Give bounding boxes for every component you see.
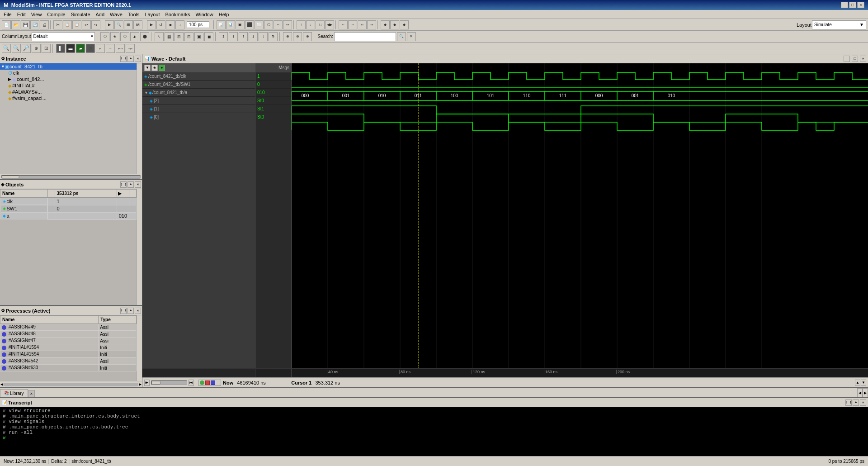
zoom-full[interactable]: ⊕ bbox=[32, 44, 41, 53]
cursor-btn5[interactable]: ▣ bbox=[194, 32, 203, 41]
modelsim-button[interactable]: M bbox=[133, 20, 142, 29]
nav-btn4[interactable]: ⤓ bbox=[249, 32, 258, 41]
view-btn7[interactable]: ⌐¬ bbox=[116, 44, 125, 53]
tree-item-count8421tb[interactable]: ▼ ▣ count_8421_tb bbox=[0, 63, 137, 70]
arrow-btn6[interactable]: → bbox=[348, 20, 357, 29]
scroll-right-btn[interactable]: ▶ bbox=[138, 381, 142, 387]
proc-row-3[interactable]: #INITIAL#1594 Initi bbox=[0, 344, 137, 351]
wave-names-btn2[interactable]: ◈ bbox=[151, 65, 158, 71]
wave-names-btn3[interactable]: ● bbox=[159, 65, 165, 71]
menu-tools[interactable]: Tools bbox=[125, 11, 142, 18]
instance-add-btn[interactable]: + bbox=[127, 56, 134, 62]
view-btn2[interactable]: ▬ bbox=[66, 44, 75, 53]
view-btn3[interactable]: ▰ bbox=[76, 44, 85, 53]
wave-sig-bit0[interactable]: ◈ [0] bbox=[142, 113, 255, 121]
tree-item-count842[interactable]: ▶ ▣ count_842... bbox=[0, 76, 137, 82]
tree-item-vsim[interactable]: ◆ #vsim_capaci... bbox=[0, 95, 137, 101]
wave-scroll-down[interactable]: ▼ bbox=[861, 380, 866, 386]
search-go[interactable]: 🔍 bbox=[397, 32, 406, 41]
nav-btn1[interactable]: ↥ bbox=[219, 32, 228, 41]
arrow-btn4[interactable]: ◀▶ bbox=[325, 20, 334, 29]
zoom-area[interactable]: 🔎 bbox=[22, 44, 31, 53]
wave-scroll-end[interactable]: ⏭ bbox=[189, 380, 194, 386]
paste-button[interactable]: 📋 bbox=[72, 20, 81, 29]
proc-row-5[interactable]: #ASSIGN#542 Assi bbox=[0, 358, 137, 365]
menu-compile[interactable]: Compile bbox=[44, 11, 68, 18]
misc-btn3[interactable]: ◆ bbox=[400, 20, 409, 29]
transcript-close-btn[interactable]: × bbox=[860, 399, 866, 406]
obj-row-sw1[interactable]: ◈ SW1 0 bbox=[0, 205, 137, 212]
wave-hscroll-thumb[interactable] bbox=[151, 381, 160, 385]
maximize-button[interactable]: □ bbox=[849, 2, 856, 8]
obj-row-clk[interactable]: ◈ clk 1 bbox=[0, 198, 137, 205]
wave-names-btn1[interactable]: ▼ bbox=[144, 65, 151, 71]
tree-item-clk[interactable]: ⏱ clk bbox=[0, 70, 137, 76]
transcript-pin-btn[interactable]: ⋮⋮ bbox=[845, 399, 852, 406]
arrow-btn1[interactable]: ↑ bbox=[297, 20, 306, 29]
objects-add-btn[interactable]: + bbox=[127, 181, 134, 188]
transcript-input[interactable] bbox=[8, 435, 865, 441]
instance-hscroll-track[interactable] bbox=[1, 175, 141, 179]
menu-file[interactable]: File bbox=[1, 11, 14, 18]
instance-hscroll-thumb[interactable] bbox=[1, 176, 19, 178]
menu-bookmarks[interactable]: Bookmarks bbox=[163, 11, 193, 18]
objects-vscroll[interactable] bbox=[137, 189, 142, 305]
stop-btn[interactable]: ■ bbox=[166, 20, 175, 29]
left-hscroll-track[interactable] bbox=[4, 383, 138, 386]
undo-button[interactable]: ↩ bbox=[82, 20, 91, 29]
proc-row-0[interactable]: #ASSIGN#49 Assi bbox=[0, 324, 137, 331]
cursor-btn1[interactable]: ↖ bbox=[155, 32, 164, 41]
run-sim-btn[interactable]: ▶ bbox=[147, 20, 156, 29]
new-button[interactable]: 📄 bbox=[2, 20, 11, 29]
proc-add-btn[interactable]: + bbox=[127, 308, 134, 314]
step-btn[interactable]: → bbox=[175, 20, 184, 29]
wave-sig-a[interactable]: ▼ ◆ /count_8421_tb/a bbox=[142, 89, 255, 97]
wave-maximize-btn[interactable]: □ bbox=[852, 56, 858, 62]
view-btn1[interactable]: ▌ bbox=[56, 44, 65, 53]
zoom-out[interactable]: 🔍 bbox=[12, 44, 21, 53]
misc-btn2[interactable]: ◆ bbox=[390, 20, 399, 29]
wave-btn3[interactable]: ▣ bbox=[236, 20, 245, 29]
tab-close-btn[interactable]: × bbox=[28, 390, 35, 397]
left-panels-hscroll[interactable]: ◀ ▶ bbox=[0, 381, 142, 387]
wave-btn4[interactable]: ⬜ bbox=[255, 20, 264, 29]
wave-hscroll-track[interactable] bbox=[151, 380, 187, 385]
nav-btn3[interactable]: ⤒ bbox=[239, 32, 248, 41]
menu-help[interactable]: Help bbox=[216, 11, 232, 18]
arrow-btn8[interactable]: ⇒ bbox=[367, 20, 376, 29]
tab-scroll-left[interactable]: ◀ bbox=[857, 388, 863, 397]
nav-btn2[interactable]: ↧ bbox=[229, 32, 238, 41]
copy-button[interactable]: 📋 bbox=[63, 20, 72, 29]
arrow-btn3[interactable]: ↑↓ bbox=[316, 20, 325, 29]
print-button[interactable]: 🖨 bbox=[40, 20, 49, 29]
cut-button[interactable]: ✂ bbox=[53, 20, 62, 29]
search-input-container[interactable] bbox=[334, 32, 396, 41]
menu-wave[interactable]: Wave bbox=[107, 11, 125, 18]
zoom-fit[interactable]: ⊡ bbox=[42, 44, 51, 53]
proc-row-4[interactable]: #INITIAL#1594 Initi bbox=[0, 351, 137, 358]
wave-sig-sw1[interactable]: ◈ /count_8421_tb/SW1 bbox=[142, 81, 255, 89]
redo-button[interactable]: ↪ bbox=[91, 20, 100, 29]
proc-pin-btn[interactable]: ⋮⋮ bbox=[120, 308, 127, 314]
menu-simulate[interactable]: Simulate bbox=[68, 11, 93, 18]
stop-sim-btn[interactable]: ⬛ bbox=[245, 20, 254, 29]
refresh-button[interactable]: 🔄 bbox=[30, 20, 39, 29]
sim-btn1[interactable]: ⬡ bbox=[100, 32, 109, 41]
sim-btn4[interactable]: ◭ bbox=[130, 32, 139, 41]
scroll-left-btn[interactable]: ◀ bbox=[0, 381, 4, 387]
sim-btn2[interactable]: ◈ bbox=[110, 32, 119, 41]
open-button[interactable]: 📂 bbox=[11, 20, 20, 29]
instance-close-btn[interactable]: × bbox=[135, 56, 141, 62]
wave-btn1[interactable]: 📊 bbox=[217, 20, 226, 29]
arrow-btn7[interactable]: ⇐ bbox=[358, 20, 367, 29]
view-btn8[interactable]: ¬⌐ bbox=[126, 44, 135, 53]
library-tab[interactable]: 📚 Library bbox=[0, 389, 28, 397]
wave-minimize-btn[interactable]: _ bbox=[844, 56, 850, 62]
save-button[interactable]: 💾 bbox=[21, 20, 30, 29]
compile-button[interactable]: ▶ bbox=[105, 20, 114, 29]
search-input[interactable] bbox=[335, 34, 396, 39]
search-clear[interactable]: ✕ bbox=[407, 32, 416, 41]
proc-close-btn[interactable]: × bbox=[135, 308, 141, 314]
view-btn5[interactable]: ⌐ bbox=[96, 44, 105, 53]
menu-window[interactable]: Window bbox=[193, 11, 216, 18]
